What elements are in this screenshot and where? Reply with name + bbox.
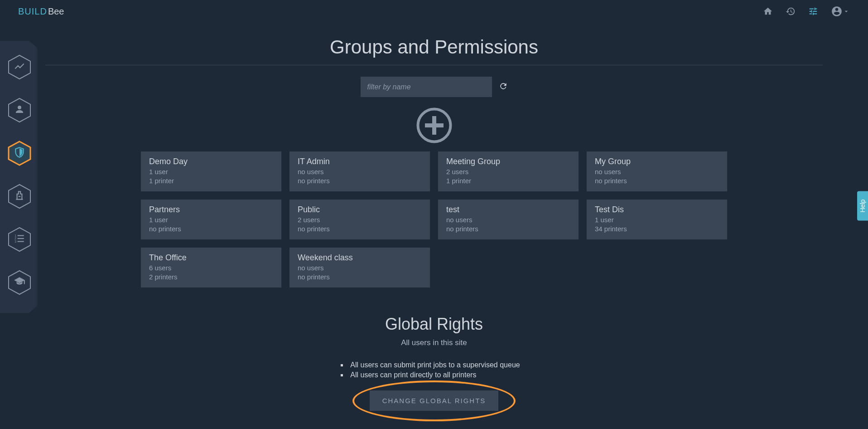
change-global-rights-button[interactable]: CHANGE GLOBAL RIGHTS bbox=[370, 390, 499, 411]
group-card[interactable]: My Group no users no printers bbox=[587, 151, 727, 191]
change-button-wrap: CHANGE GLOBAL RIGHTS bbox=[45, 390, 823, 411]
svg-point-2 bbox=[18, 106, 21, 109]
logo[interactable]: BUILDBee bbox=[18, 6, 64, 17]
group-name: test bbox=[446, 205, 570, 214]
help-tab[interactable]: Help bbox=[857, 191, 868, 221]
group-printers: 2 printers bbox=[149, 273, 273, 282]
group-users: no users bbox=[298, 263, 422, 273]
groups-grid: Demo Day 1 user 1 printer IT Admin no us… bbox=[45, 151, 823, 288]
group-printers: 1 printer bbox=[446, 176, 570, 185]
chart-line-icon bbox=[14, 60, 25, 74]
person-icon bbox=[14, 104, 25, 117]
tune-icon[interactable] bbox=[808, 6, 818, 16]
group-printers: 1 printer bbox=[149, 176, 273, 185]
svg-rect-11 bbox=[17, 238, 24, 239]
group-printers: no printers bbox=[298, 224, 422, 234]
sidebar-item-permissions[interactable] bbox=[6, 140, 33, 167]
svg-text:3: 3 bbox=[14, 240, 16, 243]
sidebar-item-users[interactable] bbox=[6, 97, 33, 124]
global-rights-title: Global Rights bbox=[45, 315, 823, 334]
home-icon[interactable] bbox=[763, 6, 773, 16]
group-card[interactable]: Public 2 users no printers bbox=[289, 200, 430, 239]
group-card[interactable]: Partners 1 user no printers bbox=[141, 200, 281, 239]
history-icon[interactable] bbox=[786, 6, 796, 16]
group-printers: no printers bbox=[446, 224, 570, 234]
group-name: Partners bbox=[149, 205, 273, 214]
sidebar-item-dashboard[interactable] bbox=[6, 54, 33, 81]
graduation-cap-icon bbox=[14, 276, 25, 289]
group-users: no users bbox=[298, 167, 422, 176]
list-numbered-icon: 123 bbox=[14, 233, 25, 246]
header-icons bbox=[763, 5, 850, 17]
sidebar-item-printers[interactable] bbox=[6, 183, 33, 210]
group-users: 6 users bbox=[149, 263, 273, 273]
filter-input[interactable] bbox=[361, 77, 492, 97]
group-printers: 34 printers bbox=[595, 224, 719, 234]
main-content: Groups and Permissions Demo Day 1 user 1… bbox=[45, 23, 823, 411]
group-printers: no printers bbox=[149, 224, 273, 234]
group-users: no users bbox=[595, 167, 719, 176]
group-users: 2 users bbox=[298, 215, 422, 224]
chevron-down-icon bbox=[843, 8, 850, 15]
group-card[interactable]: Test Dis 1 user 34 printers bbox=[587, 200, 727, 239]
group-name: Public bbox=[298, 205, 422, 214]
group-card[interactable]: The Office 6 users 2 printers bbox=[141, 248, 281, 288]
group-card[interactable]: test no users no printers bbox=[438, 200, 579, 239]
group-card[interactable]: Meeting Group 2 users 1 printer bbox=[438, 151, 579, 191]
add-row bbox=[45, 106, 823, 145]
add-group-button[interactable] bbox=[415, 106, 453, 145]
right-item: All users can print directly to all prin… bbox=[348, 370, 520, 380]
group-printers: no printers bbox=[595, 176, 719, 185]
group-card[interactable]: Weekend class no users no printers bbox=[289, 248, 430, 288]
header: BUILDBee bbox=[0, 0, 868, 23]
sidebar-item-education[interactable] bbox=[6, 269, 33, 296]
group-name: Meeting Group bbox=[446, 157, 570, 166]
rights-list: All users can submit print jobs to a sup… bbox=[45, 360, 823, 380]
group-users: no users bbox=[446, 215, 570, 224]
group-users: 1 user bbox=[595, 215, 719, 224]
group-name: Weekend class bbox=[298, 253, 422, 263]
group-users: 1 user bbox=[149, 215, 273, 224]
group-users: 2 users bbox=[446, 167, 570, 176]
group-card[interactable]: Demo Day 1 user 1 printer bbox=[141, 151, 281, 191]
group-users: 1 user bbox=[149, 167, 273, 176]
svg-rect-10 bbox=[17, 235, 24, 236]
sidebar-item-queue[interactable]: 123 bbox=[6, 226, 33, 253]
shield-icon bbox=[14, 146, 25, 160]
sidebar: 123 bbox=[0, 41, 39, 313]
group-name: Test Dis bbox=[595, 205, 719, 214]
account-icon[interactable] bbox=[831, 5, 850, 17]
group-card[interactable]: IT Admin no users no printers bbox=[289, 151, 430, 191]
refresh-icon[interactable] bbox=[499, 82, 508, 93]
global-rights-subtitle: All users in this site bbox=[45, 338, 823, 347]
group-name: The Office bbox=[149, 253, 273, 263]
group-name: IT Admin bbox=[298, 157, 422, 166]
group-name: My Group bbox=[595, 157, 719, 166]
svg-rect-12 bbox=[17, 241, 24, 242]
logo-text-2: Bee bbox=[48, 6, 64, 17]
group-printers: no printers bbox=[298, 273, 422, 282]
page-title: Groups and Permissions bbox=[45, 36, 823, 58]
logo-text-1: BUILD bbox=[18, 6, 47, 17]
filter-row bbox=[45, 77, 823, 97]
group-printers: no printers bbox=[298, 176, 422, 185]
divider bbox=[45, 65, 823, 65]
right-item: All users can submit print jobs to a sup… bbox=[348, 360, 520, 370]
svg-rect-16 bbox=[425, 123, 444, 127]
printer-icon bbox=[14, 190, 25, 203]
group-name: Demo Day bbox=[149, 157, 273, 166]
